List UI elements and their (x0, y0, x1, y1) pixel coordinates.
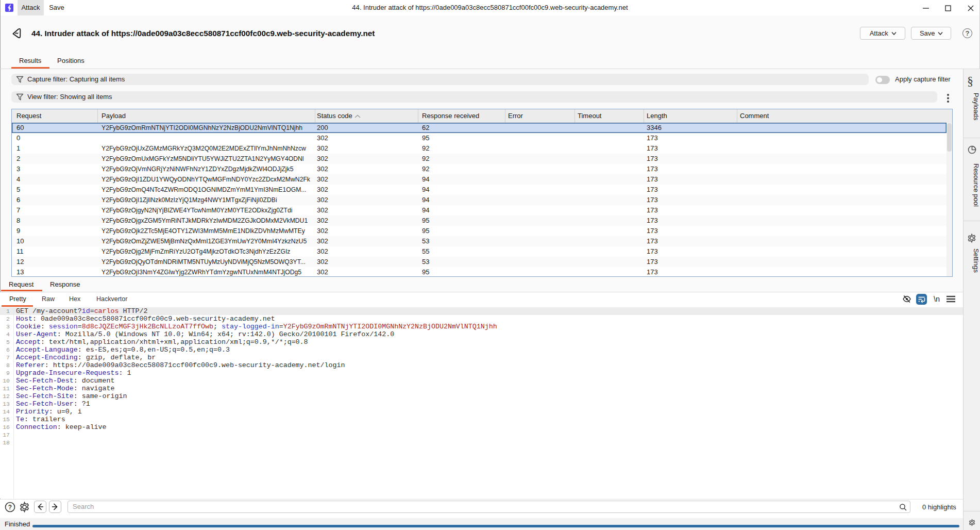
svg-text:?: ? (8, 504, 12, 511)
